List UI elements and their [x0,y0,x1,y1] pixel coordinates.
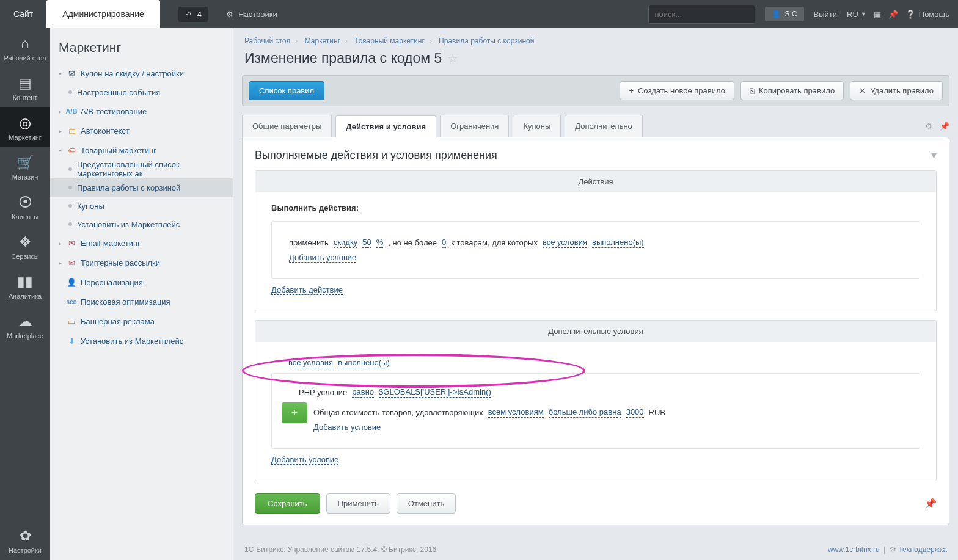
cond-all[interactable]: все условия [543,238,587,248]
tab-coupons[interactable]: Купоны [513,115,561,137]
actions-block: Действия Выполнить действия: применить с… [255,170,937,311]
tab-additional[interactable]: Дополнительно [565,115,643,137]
tab-general[interactable]: Общие параметры [242,115,332,137]
services-icon: ❖ [2,234,48,250]
back-list-button[interactable]: Список правил [249,81,324,100]
gear-icon[interactable]: ⚙ [925,122,932,131]
tree-node-email[interactable]: ▸✉Email-маркетинг [50,233,233,253]
action-bar: Список правил +Создать новое правило ⎘Ко… [242,75,949,106]
total-op[interactable]: больше либо равна [549,407,621,418]
iconbar-marketplace[interactable]: ☁Marketplace [0,306,50,346]
iconbar-shop[interactable]: 🛒Магазин [0,147,50,187]
tree-node-product-marketing[interactable]: ▾🏷Товарный маркетинг [50,140,233,160]
tree-node-personalization[interactable]: 👤Персонализация [50,272,233,292]
save-button[interactable]: Сохранить [255,493,320,514]
crumb[interactable]: Рабочий стол [244,37,290,45]
site-link[interactable]: www.1c-bitrix.ru [828,545,880,554]
mail-icon: ✉ [66,68,77,78]
create-rule-button[interactable]: +Создать новое правило [620,81,734,100]
tree-node-autocontext[interactable]: ▸🗀Автоконтекст [50,121,233,140]
notifications-badge[interactable]: 🏳 4 [178,7,208,22]
tree-node-install[interactable]: ⬇Установить из Маркетплейс [50,331,233,351]
tree-node-seo[interactable]: seoПоисковая оптимизация [50,292,233,311]
iconbar-analytics[interactable]: ▮▮Аналитика [0,266,50,306]
help-label: Помощь [919,10,949,19]
iconbar-clients[interactable]: ⦿Клиенты [0,187,50,227]
favorite-star-icon[interactable]: ☆ [448,52,458,65]
help-link[interactable]: ❔ Помощь [905,10,949,19]
plus-icon: + [629,86,634,95]
caret-icon: ▸ [59,128,66,134]
discount-limit[interactable]: 0 [442,238,446,248]
site-tab[interactable]: Сайт [0,0,46,28]
pin-icon[interactable]: 📌 [940,122,949,131]
discount-amount[interactable]: 50 [362,238,371,248]
crumb[interactable]: Маркетинг [305,37,340,45]
flag-icon: 🏳 [185,10,192,19]
trigger-icon: ✉ [66,258,77,267]
ab-icon: A/B [66,106,77,116]
close-icon: ✕ [859,86,866,95]
pin-icon[interactable]: 📌 [888,10,898,19]
add-condition-link[interactable]: Добавить условие [313,423,381,432]
person-icon: 👤 [66,277,77,287]
calendar-icon[interactable]: ▦ [874,10,881,19]
tree-leaf[interactable]: Установить из Маркетплейс [50,215,233,233]
apply-button[interactable]: Применить [326,493,390,514]
banner-icon: ▭ [66,316,77,326]
cond-done[interactable]: выполнено(ы) [592,238,644,248]
iconbar-services[interactable]: ❖Сервисы [0,227,50,266]
collapse-icon[interactable]: ▾ [931,148,937,162]
iconbar-content[interactable]: ▤Контент [0,68,50,107]
crumb[interactable]: Товарный маркетинг [354,37,424,45]
form-footer: Сохранить Применить Отменить 📌 [255,493,937,514]
logout-link[interactable]: Выйти [814,10,838,19]
plus-icon[interactable]: + [282,402,307,423]
php-condition-line: PHP условие равно $GLOBALS['USER']->IsAd… [299,387,902,398]
lang-select[interactable]: RU ▼ [847,10,866,19]
tree-node-banner[interactable]: ▭Баннерная реклама [50,311,233,331]
tree-leaf[interactable]: Настроенные события [50,83,233,101]
cancel-button[interactable]: Отменить [397,493,456,514]
php-value[interactable]: $GLOBALS['USER']->IsAdmin() [379,387,491,398]
add-condition-link[interactable]: Добавить условие [271,455,338,465]
pin-icon[interactable]: 📌 [924,498,937,509]
copy-rule-button[interactable]: ⎘Копировать правило [740,81,844,100]
tree-leaf[interactable]: Купоны [50,197,233,215]
extra-block: Дополнительные условия все условия выпол… [255,320,937,481]
add-condition-link[interactable]: Добавить условие [289,253,356,263]
tree-node-abtest[interactable]: ▸A/BA/B-тестирование [50,101,233,121]
tab-actions[interactable]: Действия и условия [335,115,436,137]
delete-rule-button[interactable]: ✕Удалить правило [850,81,943,100]
actions-inner: применить скидку 50 % , но не более 0 к … [271,221,920,279]
crumb[interactable]: Правила работы с корзиной [439,37,534,45]
panel-heading: Выполняемые действия и условия применени… [255,148,937,162]
topbar-settings[interactable]: ⚙ Настройки [226,10,277,19]
tree-node-coupon[interactable]: ▾✉Купон на скидку / настройки [50,64,233,83]
discount-unit[interactable]: % [376,238,384,248]
add-action-link[interactable]: Добавить действие [271,285,343,295]
tree-leaf[interactable]: Предустановленный список маркетинговых а… [50,160,233,178]
search-input[interactable] [649,5,764,23]
php-op[interactable]: равно [352,387,374,398]
tree-leaf-selected[interactable]: Правила работы с корзиной [50,178,233,197]
total-val[interactable]: 3000 [626,407,644,418]
iconbar-marketing[interactable]: ◎Маркетинг [0,107,50,147]
caret-icon: ▾ [59,70,66,77]
user-icon: 👤 [772,10,781,18]
tree-node-trigger[interactable]: ▸✉Триггерные рассылки [50,253,233,272]
help-icon: ❔ [905,10,915,19]
search-box: 🔍 [648,5,755,24]
support-link[interactable]: Техподдержка [898,545,947,554]
extra-all[interactable]: все условия [288,358,333,368]
discount-type[interactable]: скидку [334,238,357,248]
extra-inner: PHP условие равно $GLOBALS['USER']->IsAd… [271,373,920,449]
block-header: Действия [255,171,936,192]
admin-tab[interactable]: Администрирование [46,0,160,28]
user-menu[interactable]: 👤 S C [765,7,804,21]
iconbar-settings[interactable]: ✿Настройки [0,520,50,560]
iconbar-desktop[interactable]: ⌂Рабочий стол [0,28,50,68]
tab-limits[interactable]: Ограничения [440,115,509,137]
extra-done[interactable]: выполнено(ы) [338,358,390,368]
total-all[interactable]: всем условиям [488,407,544,418]
